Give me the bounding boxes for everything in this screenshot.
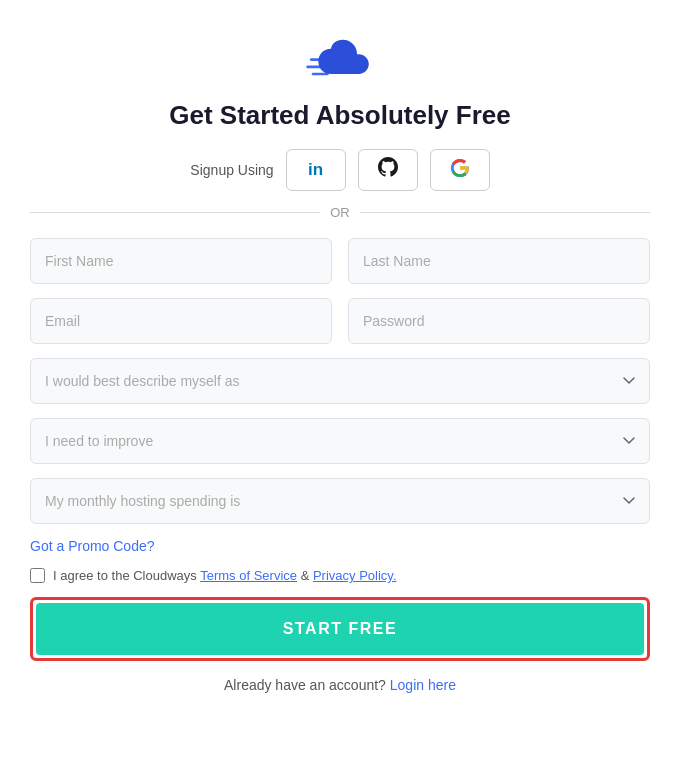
divider-right: [360, 212, 650, 213]
divider-left: [30, 212, 320, 213]
signup-container: Get Started Absolutely Free Signup Using…: [30, 30, 650, 693]
last-name-input[interactable]: [348, 238, 650, 284]
signup-using-label: Signup Using: [190, 162, 273, 178]
page-title: Get Started Absolutely Free: [169, 100, 510, 131]
github-icon: [376, 155, 400, 185]
start-button-wrapper: START FREE: [30, 597, 650, 661]
password-input[interactable]: [348, 298, 650, 344]
agree-text-prefix: I agree to the Cloudways: [53, 568, 197, 583]
login-row: Already have an account? Login here: [224, 677, 456, 693]
linkedin-icon: in: [308, 160, 323, 180]
agree-text: I agree to the Cloudways Terms of Servic…: [53, 568, 397, 583]
improve-select[interactable]: I need to improve Performance Security S…: [30, 418, 650, 464]
agree-row: I agree to the Cloudways Terms of Servic…: [30, 568, 650, 583]
logo: [304, 30, 376, 86]
linkedin-signup-button[interactable]: in: [286, 149, 346, 191]
terms-link[interactable]: Terms of Service: [200, 568, 297, 583]
github-signup-button[interactable]: [358, 149, 418, 191]
agree-checkbox[interactable]: [30, 568, 45, 583]
first-name-input[interactable]: [30, 238, 332, 284]
email-input[interactable]: [30, 298, 332, 344]
start-free-button[interactable]: START FREE: [36, 603, 644, 655]
login-link[interactable]: Login here: [390, 677, 456, 693]
google-icon: [449, 157, 471, 184]
spending-select[interactable]: My monthly hosting spending is $0 - $50 …: [30, 478, 650, 524]
or-divider: OR: [30, 205, 650, 220]
privacy-link[interactable]: Privacy Policy.: [313, 568, 397, 583]
email-password-row: [30, 298, 650, 344]
agree-and: &: [301, 568, 313, 583]
name-row: [30, 238, 650, 284]
describe-select[interactable]: I would best describe myself as Develope…: [30, 358, 650, 404]
promo-code-link[interactable]: Got a Promo Code?: [30, 538, 155, 554]
google-signup-button[interactable]: [430, 149, 490, 191]
social-signup-row: Signup Using in: [190, 149, 489, 191]
login-text: Already have an account?: [224, 677, 386, 693]
or-text: OR: [330, 205, 350, 220]
